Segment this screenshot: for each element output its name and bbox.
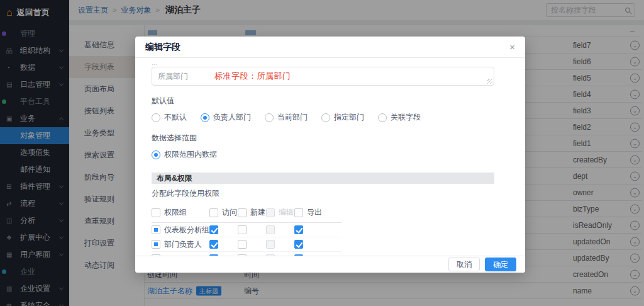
radio-no-default[interactable]: 不默认: [152, 112, 187, 123]
header-checkbox-access[interactable]: [209, 208, 218, 217]
layout-permission-section-title: 布局&权限: [152, 173, 494, 184]
header-checkbox-export[interactable]: [294, 208, 303, 217]
row-checkbox[interactable]: [152, 240, 160, 249]
close-icon[interactable]: ×: [509, 42, 515, 52]
radio-icon[interactable]: [152, 113, 160, 122]
radio-related-field[interactable]: 关联字段: [378, 112, 421, 123]
cancel-button[interactable]: 取消: [448, 258, 480, 271]
data-scope-label: 数据选择范围: [152, 133, 509, 144]
radio-specified-dept[interactable]: 指定部门: [321, 112, 364, 123]
radio-permission-scope[interactable]: 权限范围内数据: [152, 149, 217, 160]
row-checkbox[interactable]: [152, 225, 160, 234]
header-checkbox-create[interactable]: [238, 208, 247, 217]
edit-field-modal: 编辑字段 × … 所属部门 标准字段：所属部门 默认值 不默认 负责人部门: [135, 37, 525, 273]
assign-permission-label: 分配此字段使用权限: [152, 188, 509, 199]
radio-icon[interactable]: [265, 113, 274, 122]
header-checkbox[interactable]: [152, 208, 160, 217]
edit-checkbox: [266, 225, 275, 234]
export-checkbox[interactable]: [294, 225, 303, 234]
access-checkbox[interactable]: [209, 240, 218, 249]
modal-header: 编辑字段 ×: [135, 37, 525, 58]
export-checkbox[interactable]: [294, 240, 303, 249]
access-checkbox[interactable]: [209, 225, 218, 234]
radio-icon[interactable]: [152, 150, 160, 159]
create-checkbox[interactable]: [238, 225, 247, 234]
permission-table-header: 权限组 访问 新建 编辑 导出: [152, 207, 341, 223]
default-value-label: 默认值: [152, 96, 509, 106]
edit-checkbox: [266, 240, 275, 249]
truncated-label: …: [152, 61, 509, 65]
modal-body: … 所属部门 标准字段：所属部门 默认值 不默认 负责人部门 当前部门: [135, 58, 525, 256]
permission-row: 仪表板分析组件: [152, 223, 341, 237]
standard-field-annotation: 标准字段：所属部门: [214, 71, 291, 82]
radio-current-dept[interactable]: 当前部门: [265, 112, 308, 123]
modal-title: 编辑字段: [145, 42, 180, 53]
radio-icon[interactable]: [378, 113, 387, 122]
modal-footer: 取消 确定: [135, 256, 525, 273]
radio-owner-dept[interactable]: 负责人部门: [201, 112, 251, 123]
default-value-options: 不默认 负责人部门 当前部门 指定部门 关联字段: [152, 112, 509, 123]
create-checkbox[interactable]: [238, 240, 247, 249]
data-scope-options: 权限范围内数据: [152, 149, 509, 160]
radio-icon[interactable]: [321, 113, 330, 122]
field-name-textarea[interactable]: 所属部门 标准字段：所属部门: [152, 67, 494, 86]
header-checkbox-edit: [266, 208, 275, 217]
resize-handle-icon[interactable]: [487, 79, 492, 84]
radio-icon[interactable]: [201, 113, 209, 122]
permission-row: 部门负责人: [152, 237, 341, 252]
field-name-value: 所属部门: [158, 71, 188, 82]
app: ⌂ 返回首页 管理 品 组织结构 ◔ 数据 ▤ 日志管理 平台工具 ▣ 业务: [0, 0, 644, 306]
confirm-button[interactable]: 确定: [485, 258, 516, 271]
